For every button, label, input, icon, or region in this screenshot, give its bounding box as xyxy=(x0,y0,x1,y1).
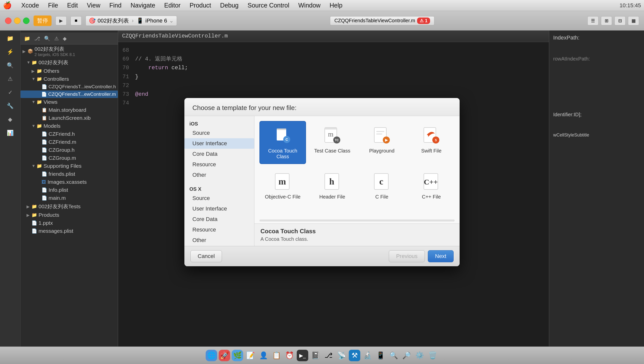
template-cocoa-touch-label: Cocoa Touch Class xyxy=(262,148,303,160)
next-button[interactable]: Next xyxy=(428,250,454,262)
template-test-case[interactable]: m TC Test Case Class xyxy=(309,121,356,164)
svg-text:C: C xyxy=(285,138,288,142)
dialog-osx-section: OS X xyxy=(184,184,254,193)
svg-text:▶: ▶ xyxy=(385,138,388,142)
template-grid: C Cocoa Touch Class m xyxy=(254,116,460,220)
dialog-right-panel: C Cocoa Touch Class m xyxy=(254,116,460,246)
cpp-file-icon: C++ xyxy=(421,172,441,192)
dialog-description: Cocoa Touch Class A Cocoa Touch class. xyxy=(254,224,460,246)
template-playground[interactable]: ▶ Playground xyxy=(359,121,405,164)
dialog-footer-right: Previous Next xyxy=(389,250,454,262)
dock-trash[interactable]: 🗑️ xyxy=(427,350,438,361)
dock: 🌐 🚀 🌿 📝 👤 📋 ⏰ ▶_ 📓 ⎇ 📡 ⚒ 🔬 📱 🔍 🔎 ⚙️ 🗑️ xyxy=(0,346,644,364)
dock-sourcetree[interactable]: ⎇ xyxy=(323,350,334,361)
template-c-file[interactable]: c C File xyxy=(359,167,405,204)
template-header-label: Header File xyxy=(319,194,345,200)
test-case-icon: m TC xyxy=(322,126,342,146)
dock-notes[interactable]: 📋 xyxy=(271,350,282,361)
svg-text:C++: C++ xyxy=(424,178,438,186)
cocoa-touch-icon: C xyxy=(273,126,293,146)
template-cpp-file[interactable]: C++ C++ File xyxy=(408,167,455,204)
cancel-button[interactable]: Cancel xyxy=(190,250,222,262)
dock-safari[interactable]: 🌿 xyxy=(232,350,243,361)
dialog-osx-source[interactable]: Source xyxy=(184,193,254,204)
template-cpp-file-label: C++ File xyxy=(422,194,441,200)
dock-onenote[interactable]: 📓 xyxy=(310,350,321,361)
dialog-title: Choose a template for your new file: xyxy=(192,104,452,112)
svg-text:TC: TC xyxy=(335,138,339,142)
dock-finder2[interactable]: 🔍 xyxy=(388,350,399,361)
new-file-dialog: Choose a template for your new file: iOS… xyxy=(184,98,460,266)
previous-button[interactable]: Previous xyxy=(389,250,425,262)
dock-finder[interactable]: 🌐 xyxy=(206,350,217,361)
template-cocoa-touch[interactable]: C Cocoa Touch Class xyxy=(259,121,306,164)
template-test-case-label: Test Case Class xyxy=(314,148,351,154)
dialog-ios-section: iOS xyxy=(184,119,254,128)
svg-rect-6 xyxy=(325,128,337,130)
dock-simulator[interactable]: 📱 xyxy=(375,350,386,361)
dialog-osx-user-interface[interactable]: User Interface xyxy=(184,204,254,214)
dialog-ios-user-interface[interactable]: User Interface xyxy=(184,138,254,149)
dialog-osx-other[interactable]: Other xyxy=(184,235,254,246)
template-objc-label: Objective-C File xyxy=(265,194,300,200)
description-body: A Cocoa Touch class. xyxy=(260,236,454,242)
dock-spotlight[interactable]: 🔎 xyxy=(401,350,412,361)
dock-contacts[interactable]: 👤 xyxy=(258,350,269,361)
svg-text:h: h xyxy=(329,176,334,186)
dock-reminders[interactable]: ⏰ xyxy=(284,350,295,361)
dialog-header: Choose a template for your new file: xyxy=(184,98,460,116)
dialog-ios-other[interactable]: Other xyxy=(184,170,254,180)
description-title: Cocoa Touch Class xyxy=(260,228,454,235)
template-swift[interactable]: S Swift File xyxy=(408,121,455,164)
dialog-category-panel: iOS Source User Interface Core Data Reso… xyxy=(184,116,254,246)
dialog-body: iOS Source User Interface Core Data Reso… xyxy=(184,116,460,246)
dialog-osx-core-data[interactable]: Core Data xyxy=(184,214,254,224)
svg-rect-13 xyxy=(376,131,384,132)
svg-rect-2 xyxy=(277,128,286,130)
dialog-ios-resource[interactable]: Resource xyxy=(184,159,254,170)
dock-terminal[interactable]: ▶_ xyxy=(297,350,308,361)
dock-instruments[interactable]: 🔬 xyxy=(362,350,373,361)
template-c-file-label: C File xyxy=(375,194,388,200)
playground-icon: ▶ xyxy=(372,126,392,146)
template-objc[interactable]: m Objective-C File xyxy=(259,167,306,204)
dock-filezilla[interactable]: 📡 xyxy=(336,350,347,361)
dialog-overlay: Choose a template for your new file: iOS… xyxy=(0,0,644,364)
header-icon: h xyxy=(322,172,342,192)
svg-text:S: S xyxy=(435,138,437,142)
objc-icon: m xyxy=(273,172,293,192)
dock-mail[interactable]: 📝 xyxy=(245,350,256,361)
c-file-icon: c xyxy=(372,172,392,192)
svg-text:m: m xyxy=(328,130,334,138)
svg-rect-14 xyxy=(376,134,382,134)
template-scroll-indicator xyxy=(259,220,455,222)
dialog-footer: Cancel Previous Next xyxy=(184,246,460,266)
svg-text:c: c xyxy=(379,176,383,186)
dock-preferences[interactable]: ⚙️ xyxy=(414,350,425,361)
template-playground-label: Playground xyxy=(369,148,394,154)
dialog-ios-source[interactable]: Source xyxy=(184,128,254,138)
swift-icon: S xyxy=(421,126,441,146)
dock-xcode[interactable]: ⚒ xyxy=(349,350,360,361)
dock-launchpad[interactable]: 🚀 xyxy=(219,350,230,361)
template-swift-label: Swift File xyxy=(421,148,441,154)
dialog-ios-core-data[interactable]: Core Data xyxy=(184,149,254,159)
dialog-osx-resource[interactable]: Resource xyxy=(184,224,254,235)
svg-text:m: m xyxy=(278,176,286,186)
template-header[interactable]: h Header File xyxy=(309,167,356,204)
